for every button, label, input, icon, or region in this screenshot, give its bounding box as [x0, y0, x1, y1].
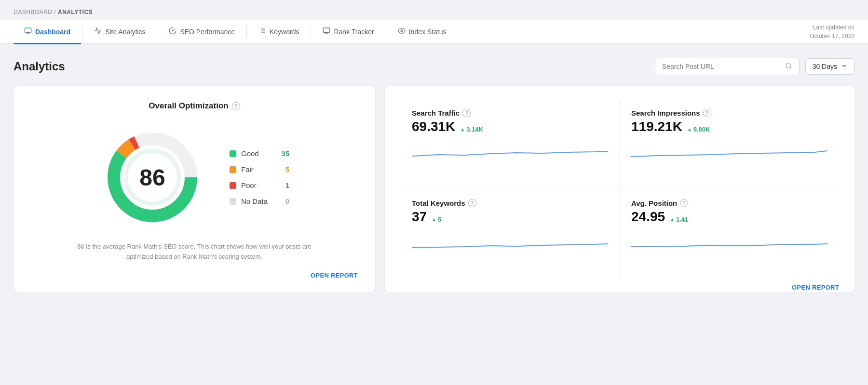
tab-dashboard-label: Dashboard: [35, 28, 70, 36]
stat-avg-position-label: Avg. Position: [631, 199, 677, 207]
breadcrumb-prefix: DASHBOARD: [14, 9, 53, 15]
stat-avg-position: Avg. Position ? 24.95 1.41: [620, 189, 839, 279]
optimization-description: 86 is the average Rank Math's SEO score.…: [69, 242, 320, 262]
optimization-card: Overall Optimization ?: [14, 86, 375, 292]
last-updated-label: Last updated on: [810, 23, 854, 32]
svg-rect-11: [324, 28, 330, 32]
tab-divider-2: [157, 25, 157, 39]
tab-seo-performance[interactable]: SEO Performance: [158, 20, 245, 44]
search-traffic-sparkline: [412, 139, 608, 163]
svg-rect-0: [25, 28, 31, 32]
chevron-down-icon: [841, 63, 847, 70]
gauge-icon: [169, 27, 176, 36]
tab-rank-tracker-label: Rank Tracker: [334, 28, 374, 36]
svg-line-16: [790, 67, 791, 68]
stats-grid: Search Traffic ? 69.31K 3.14K Search Imp…: [400, 99, 839, 279]
stats-card: Search Traffic ? 69.31K 3.14K Search Imp…: [385, 86, 854, 292]
legend-fair-dot: [230, 166, 236, 173]
stat-search-traffic-label: Search Traffic: [412, 109, 460, 117]
stat-avg-position-value: 24.95: [631, 209, 665, 225]
cards-row: Overall Optimization ?: [14, 86, 854, 292]
stat-search-traffic-help[interactable]: ?: [462, 109, 471, 117]
tab-bar: Dashboard Site Analytics SEO Performance…: [0, 20, 868, 44]
legend-poor-label: Poor: [241, 181, 275, 189]
legend-fair-value: 5: [280, 165, 289, 173]
svg-point-14: [401, 30, 403, 32]
legend-poor: Poor 1: [230, 181, 289, 189]
legend-good: Good 35: [230, 149, 289, 158]
main-content: Analytics 30 Days Overall Optimization ?: [0, 44, 868, 306]
optimization-title: Overall Optimization ?: [31, 101, 358, 111]
monitor-icon: [24, 27, 32, 36]
stat-avg-position-help[interactable]: ?: [680, 199, 688, 207]
stat-total-keywords-label: Total Keywords: [412, 199, 465, 207]
total-keywords-sparkline: [412, 229, 608, 253]
legend-good-value: 35: [280, 149, 289, 158]
stat-search-traffic: Search Traffic ? 69.31K 3.14K: [400, 99, 620, 189]
stat-total-keywords: Total Keywords ? 37 5: [400, 189, 620, 279]
stat-search-traffic-value: 69.31K: [412, 119, 455, 134]
donut-area: 86 Good 35 Fair 5: [31, 124, 358, 230]
tab-site-analytics-label: Site Analytics: [105, 28, 145, 36]
breadcrumb-separator: /: [54, 9, 58, 15]
page-title: Analytics: [14, 60, 65, 73]
avg-position-sparkline: [631, 229, 827, 253]
tab-keywords-label: Keywords: [270, 28, 299, 36]
tab-seo-performance-label: SEO Performance: [180, 28, 235, 36]
legend-poor-dot: [230, 182, 236, 189]
legend-nodata-label: No Data: [241, 197, 275, 205]
tab-divider-5: [386, 25, 386, 39]
legend-nodata: No Data 0: [230, 197, 289, 205]
stat-search-impressions-help[interactable]: ?: [703, 109, 711, 117]
search-impressions-sparkline: [631, 139, 827, 163]
svg-line-4: [173, 29, 175, 31]
optimization-legend: Good 35 Fair 5 Poor 1 N: [230, 149, 289, 205]
days-dropdown[interactable]: 30 Days: [805, 58, 854, 75]
tab-divider-3: [246, 25, 247, 39]
breadcrumb-current: ANALYTICS: [58, 9, 93, 15]
stat-total-keywords-value: 37: [412, 209, 427, 225]
tab-site-analytics[interactable]: Site Analytics: [83, 20, 156, 44]
legend-good-dot: [230, 150, 236, 157]
stat-search-impressions: Search Impressions ? 119.21K 9.80K: [620, 99, 839, 189]
stat-total-keywords-delta: 5: [432, 216, 441, 223]
tab-rank-tracker[interactable]: Rank Tracker: [312, 20, 384, 44]
legend-nodata-dot: [230, 198, 236, 205]
legend-fair: Fair 5: [230, 165, 289, 173]
analytics-header: Analytics 30 Days: [14, 58, 854, 75]
tab-index-status[interactable]: Index Status: [387, 20, 457, 44]
search-url-field[interactable]: [655, 58, 800, 75]
stat-total-keywords-help[interactable]: ?: [468, 199, 476, 207]
list-icon: [258, 27, 266, 36]
optimization-score: 86: [139, 164, 165, 191]
stat-avg-position-delta: 1.41: [670, 216, 688, 223]
tab-keywords[interactable]: Keywords: [248, 20, 310, 44]
legend-nodata-value: 0: [280, 197, 289, 205]
days-dropdown-label: 30 Days: [813, 63, 837, 70]
tab-index-status-label: Index Status: [409, 28, 447, 36]
last-updated-date: October 17, 2022: [810, 32, 854, 40]
tab-divider-4: [311, 25, 311, 39]
legend-good-label: Good: [241, 149, 275, 158]
stats-open-report[interactable]: OPEN REPORT: [400, 279, 839, 291]
chart-icon: [94, 27, 102, 36]
donut-chart: 86: [99, 124, 205, 230]
search-icon: [785, 62, 792, 71]
optimization-open-report[interactable]: OPEN REPORT: [31, 272, 358, 279]
header-controls: 30 Days: [655, 58, 854, 75]
stat-search-impressions-value: 119.21K: [631, 119, 682, 134]
stat-search-traffic-delta: 3.14K: [460, 126, 483, 133]
monitor-small-icon: [323, 27, 330, 36]
stat-search-impressions-delta: 9.80K: [687, 126, 710, 133]
stat-search-impressions-label: Search Impressions: [631, 109, 700, 117]
tab-dashboard[interactable]: Dashboard: [14, 20, 81, 44]
optimization-help-icon[interactable]: ?: [232, 102, 240, 110]
eye-icon: [398, 27, 406, 36]
breadcrumb: DASHBOARD / ANALYTICS: [0, 0, 868, 20]
last-updated: Last updated on October 17, 2022: [810, 23, 854, 40]
legend-poor-value: 1: [280, 181, 289, 189]
search-url-input[interactable]: [662, 63, 781, 70]
legend-fair-label: Fair: [241, 165, 275, 173]
tab-divider-1: [82, 25, 82, 39]
svg-point-15: [786, 63, 791, 68]
